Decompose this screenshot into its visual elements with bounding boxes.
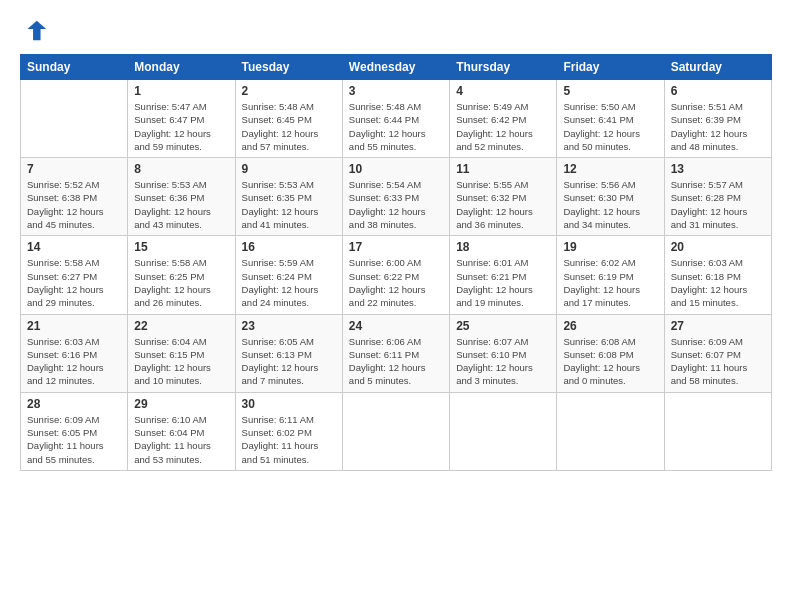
calendar-cell: [450, 392, 557, 470]
calendar-cell: 8Sunrise: 5:53 AM Sunset: 6:36 PM Daylig…: [128, 158, 235, 236]
calendar-cell: 26Sunrise: 6:08 AM Sunset: 6:08 PM Dayli…: [557, 314, 664, 392]
day-header-tuesday: Tuesday: [235, 55, 342, 80]
day-header-thursday: Thursday: [450, 55, 557, 80]
calendar-cell: 2Sunrise: 5:48 AM Sunset: 6:45 PM Daylig…: [235, 80, 342, 158]
day-info: Sunrise: 6:09 AM Sunset: 6:07 PM Dayligh…: [671, 335, 765, 388]
calendar-cell: 4Sunrise: 5:49 AM Sunset: 6:42 PM Daylig…: [450, 80, 557, 158]
calendar-cell: [342, 392, 449, 470]
calendar-cell: 25Sunrise: 6:07 AM Sunset: 6:10 PM Dayli…: [450, 314, 557, 392]
calendar-cell: 19Sunrise: 6:02 AM Sunset: 6:19 PM Dayli…: [557, 236, 664, 314]
day-number: 14: [27, 240, 121, 254]
day-number: 8: [134, 162, 228, 176]
calendar-cell: 18Sunrise: 6:01 AM Sunset: 6:21 PM Dayli…: [450, 236, 557, 314]
day-number: 27: [671, 319, 765, 333]
day-info: Sunrise: 6:03 AM Sunset: 6:18 PM Dayligh…: [671, 256, 765, 309]
day-number: 10: [349, 162, 443, 176]
calendar-week-3: 14Sunrise: 5:58 AM Sunset: 6:27 PM Dayli…: [21, 236, 772, 314]
day-number: 23: [242, 319, 336, 333]
day-number: 24: [349, 319, 443, 333]
day-number: 15: [134, 240, 228, 254]
logo-icon: [20, 16, 48, 44]
calendar-cell: 27Sunrise: 6:09 AM Sunset: 6:07 PM Dayli…: [664, 314, 771, 392]
day-header-saturday: Saturday: [664, 55, 771, 80]
day-info: Sunrise: 5:59 AM Sunset: 6:24 PM Dayligh…: [242, 256, 336, 309]
day-info: Sunrise: 5:58 AM Sunset: 6:25 PM Dayligh…: [134, 256, 228, 309]
header: [20, 16, 772, 44]
day-info: Sunrise: 5:48 AM Sunset: 6:44 PM Dayligh…: [349, 100, 443, 153]
day-number: 26: [563, 319, 657, 333]
day-info: Sunrise: 5:50 AM Sunset: 6:41 PM Dayligh…: [563, 100, 657, 153]
calendar-week-2: 7Sunrise: 5:52 AM Sunset: 6:38 PM Daylig…: [21, 158, 772, 236]
day-header-monday: Monday: [128, 55, 235, 80]
day-info: Sunrise: 6:08 AM Sunset: 6:08 PM Dayligh…: [563, 335, 657, 388]
day-number: 1: [134, 84, 228, 98]
day-info: Sunrise: 5:56 AM Sunset: 6:30 PM Dayligh…: [563, 178, 657, 231]
day-info: Sunrise: 5:51 AM Sunset: 6:39 PM Dayligh…: [671, 100, 765, 153]
calendar-cell: 11Sunrise: 5:55 AM Sunset: 6:32 PM Dayli…: [450, 158, 557, 236]
calendar-cell: 23Sunrise: 6:05 AM Sunset: 6:13 PM Dayli…: [235, 314, 342, 392]
day-header-wednesday: Wednesday: [342, 55, 449, 80]
day-info: Sunrise: 6:04 AM Sunset: 6:15 PM Dayligh…: [134, 335, 228, 388]
calendar-cell: [664, 392, 771, 470]
day-number: 2: [242, 84, 336, 98]
day-number: 13: [671, 162, 765, 176]
day-number: 3: [349, 84, 443, 98]
calendar-cell: 15Sunrise: 5:58 AM Sunset: 6:25 PM Dayli…: [128, 236, 235, 314]
calendar-cell: 10Sunrise: 5:54 AM Sunset: 6:33 PM Dayli…: [342, 158, 449, 236]
day-number: 20: [671, 240, 765, 254]
calendar-cell: 22Sunrise: 6:04 AM Sunset: 6:15 PM Dayli…: [128, 314, 235, 392]
day-number: 29: [134, 397, 228, 411]
calendar-cell: 14Sunrise: 5:58 AM Sunset: 6:27 PM Dayli…: [21, 236, 128, 314]
day-info: Sunrise: 6:11 AM Sunset: 6:02 PM Dayligh…: [242, 413, 336, 466]
day-number: 9: [242, 162, 336, 176]
day-info: Sunrise: 5:53 AM Sunset: 6:35 PM Dayligh…: [242, 178, 336, 231]
calendar-cell: 28Sunrise: 6:09 AM Sunset: 6:05 PM Dayli…: [21, 392, 128, 470]
calendar-table: SundayMondayTuesdayWednesdayThursdayFrid…: [20, 54, 772, 471]
header-row: SundayMondayTuesdayWednesdayThursdayFrid…: [21, 55, 772, 80]
day-number: 18: [456, 240, 550, 254]
day-info: Sunrise: 6:02 AM Sunset: 6:19 PM Dayligh…: [563, 256, 657, 309]
day-info: Sunrise: 6:07 AM Sunset: 6:10 PM Dayligh…: [456, 335, 550, 388]
day-header-sunday: Sunday: [21, 55, 128, 80]
day-info: Sunrise: 5:53 AM Sunset: 6:36 PM Dayligh…: [134, 178, 228, 231]
day-info: Sunrise: 6:06 AM Sunset: 6:11 PM Dayligh…: [349, 335, 443, 388]
calendar-cell: 6Sunrise: 5:51 AM Sunset: 6:39 PM Daylig…: [664, 80, 771, 158]
day-info: Sunrise: 5:52 AM Sunset: 6:38 PM Dayligh…: [27, 178, 121, 231]
logo: [20, 16, 52, 44]
day-info: Sunrise: 6:01 AM Sunset: 6:21 PM Dayligh…: [456, 256, 550, 309]
calendar-cell: 13Sunrise: 5:57 AM Sunset: 6:28 PM Dayli…: [664, 158, 771, 236]
day-number: 4: [456, 84, 550, 98]
calendar-cell: 12Sunrise: 5:56 AM Sunset: 6:30 PM Dayli…: [557, 158, 664, 236]
day-number: 30: [242, 397, 336, 411]
day-info: Sunrise: 5:48 AM Sunset: 6:45 PM Dayligh…: [242, 100, 336, 153]
day-number: 28: [27, 397, 121, 411]
day-info: Sunrise: 6:05 AM Sunset: 6:13 PM Dayligh…: [242, 335, 336, 388]
calendar-cell: 3Sunrise: 5:48 AM Sunset: 6:44 PM Daylig…: [342, 80, 449, 158]
calendar-cell: [557, 392, 664, 470]
calendar-cell: 5Sunrise: 5:50 AM Sunset: 6:41 PM Daylig…: [557, 80, 664, 158]
day-number: 6: [671, 84, 765, 98]
day-number: 22: [134, 319, 228, 333]
day-info: Sunrise: 5:58 AM Sunset: 6:27 PM Dayligh…: [27, 256, 121, 309]
day-number: 7: [27, 162, 121, 176]
day-number: 5: [563, 84, 657, 98]
day-info: Sunrise: 5:54 AM Sunset: 6:33 PM Dayligh…: [349, 178, 443, 231]
calendar-cell: 7Sunrise: 5:52 AM Sunset: 6:38 PM Daylig…: [21, 158, 128, 236]
calendar-cell: 16Sunrise: 5:59 AM Sunset: 6:24 PM Dayli…: [235, 236, 342, 314]
calendar-cell: [21, 80, 128, 158]
svg-marker-0: [27, 21, 46, 41]
calendar-cell: 29Sunrise: 6:10 AM Sunset: 6:04 PM Dayli…: [128, 392, 235, 470]
day-number: 21: [27, 319, 121, 333]
day-number: 17: [349, 240, 443, 254]
calendar-week-5: 28Sunrise: 6:09 AM Sunset: 6:05 PM Dayli…: [21, 392, 772, 470]
day-header-friday: Friday: [557, 55, 664, 80]
day-number: 25: [456, 319, 550, 333]
day-number: 19: [563, 240, 657, 254]
day-number: 12: [563, 162, 657, 176]
day-info: Sunrise: 5:55 AM Sunset: 6:32 PM Dayligh…: [456, 178, 550, 231]
calendar-cell: 30Sunrise: 6:11 AM Sunset: 6:02 PM Dayli…: [235, 392, 342, 470]
calendar-cell: 21Sunrise: 6:03 AM Sunset: 6:16 PM Dayli…: [21, 314, 128, 392]
calendar-cell: 17Sunrise: 6:00 AM Sunset: 6:22 PM Dayli…: [342, 236, 449, 314]
calendar-cell: 24Sunrise: 6:06 AM Sunset: 6:11 PM Dayli…: [342, 314, 449, 392]
calendar-week-4: 21Sunrise: 6:03 AM Sunset: 6:16 PM Dayli…: [21, 314, 772, 392]
